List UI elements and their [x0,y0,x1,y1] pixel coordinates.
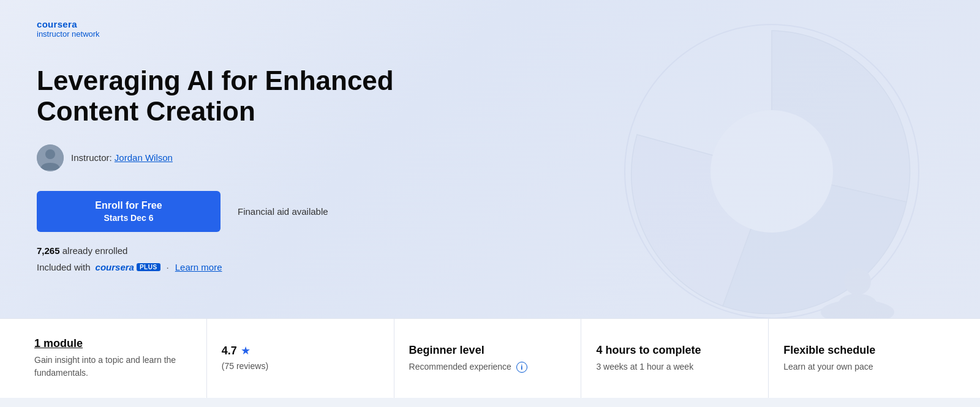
rating-row: 4.7 ★ [222,344,379,357]
avatar [37,144,64,171]
dot-separator: · [167,262,169,272]
main-hero: coursera instructor network Leveraging A… [0,0,980,318]
stat-duration: 4 hours to complete 3 weeks at 1 hour a … [581,319,769,398]
star-icon: ★ [241,344,251,357]
reviews-text: (75 reviews) [222,360,379,373]
enrolled-suffix: already enrolled [62,245,128,256]
logo-top-text: coursera [37,20,100,30]
svg-point-3 [844,268,871,295]
included-with-text: Included with [37,262,91,272]
level-sub: Recommended experience i [409,360,567,373]
stats-bar: 1 module Gain insight into a topic and l… [0,318,980,398]
stat-level: Beginner level Recommended experience i [394,319,582,398]
rating-number: 4.7 [222,345,237,357]
enroll-main-text: Enroll for Free [95,200,162,211]
modules-main[interactable]: 1 module [34,337,192,350]
info-icon[interactable]: i [516,362,527,373]
plus-badge-label: PLUS [137,263,160,271]
duration-main: 4 hours to complete [596,344,753,357]
instructor-label: Instructor: Jordan Wilson [71,152,173,163]
coursera-plus-badge: coursera PLUS [96,262,160,272]
svg-point-5 [45,149,55,159]
financial-aid-text: Financial aid available [238,206,328,217]
avatar-image [37,144,64,171]
logo-bottom-text: instructor network [37,30,100,39]
learn-more-link[interactable]: Learn more [175,262,222,272]
duration-sub: 3 weeks at 1 hour a week [596,360,753,373]
level-main: Beginner level [409,344,567,357]
enroll-starts-text: Starts Dec 6 [37,212,221,223]
enroll-button[interactable]: Enroll for Free Starts Dec 6 [37,191,221,232]
coursera-brand-text: coursera [96,262,134,272]
stat-schedule: Flexible schedule Learn at your own pace [769,319,956,398]
course-title: Leveraging AI for Enhanced Content Creat… [37,65,453,127]
bg-decoration [612,12,931,318]
schedule-sub: Learn at your own pace [783,360,941,373]
modules-sub: Gain insight into a topic and learn the … [34,354,192,379]
stat-rating: 4.7 ★ (75 reviews) [207,319,394,398]
svg-point-1 [710,110,833,233]
enrolled-count: 7,265 [37,245,60,256]
stat-modules: 1 module Gain insight into a topic and l… [24,319,207,398]
instructor-name-link[interactable]: Jordan Wilson [115,152,173,163]
schedule-main: Flexible schedule [783,344,941,357]
coursera-logo[interactable]: coursera instructor network [37,20,100,39]
